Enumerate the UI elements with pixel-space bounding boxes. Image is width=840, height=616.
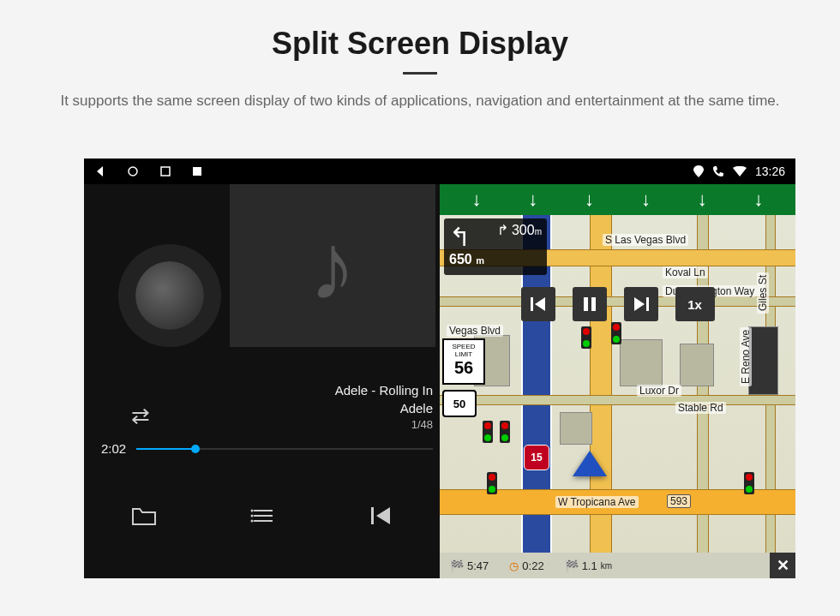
road-label: Koval Ln xyxy=(663,266,708,278)
flag-icon: 🏁 xyxy=(450,559,464,572)
page-subtitle: It supports the same screen display of t… xyxy=(43,90,797,112)
lane-arrow-icon: ↓ xyxy=(754,188,764,211)
track-title: Adele - Rolling In xyxy=(335,381,433,399)
speed-limit-value: 56 xyxy=(444,358,483,378)
progress-track[interactable] xyxy=(136,448,433,450)
nav-prev-button[interactable] xyxy=(521,287,555,321)
road-label: Luxor Dr xyxy=(637,385,681,397)
status-time: 13:26 xyxy=(755,164,785,178)
folder-button[interactable] xyxy=(131,505,157,532)
svg-rect-10 xyxy=(531,297,533,311)
svg-rect-11 xyxy=(584,297,588,311)
remaining-dist-value: 1.1 xyxy=(582,559,597,572)
svg-point-8 xyxy=(250,520,253,523)
svg-rect-13 xyxy=(646,297,649,311)
music-note-icon: ♪ xyxy=(309,212,357,320)
music-player-panel: ♪ ⇄ Adele - Rolling In Adele 1/48 2:02 xyxy=(84,158,440,578)
main-turn-unit: m xyxy=(476,255,484,266)
svg-rect-9 xyxy=(371,507,374,524)
back-icon[interactable] xyxy=(94,165,106,177)
nav-playback-controls: 1x xyxy=(521,287,715,321)
building-icon xyxy=(748,326,778,395)
nav-next-button[interactable] xyxy=(624,287,658,321)
recent-apps-icon[interactable] xyxy=(159,165,171,177)
playback-progress[interactable]: 2:02 xyxy=(101,441,433,456)
remaining-distance-item: 🏁 1.1 km xyxy=(555,559,622,572)
eta-value: 5:47 xyxy=(467,559,489,572)
lane-arrow-icon: ↓ xyxy=(471,188,481,211)
album-art-placeholder: ♪ xyxy=(230,184,435,347)
speed-limit-sign: SPEED LIMIT 56 xyxy=(442,338,485,385)
shuffle-button[interactable]: ⇄ xyxy=(131,403,150,429)
road-label: Vegas Blvd xyxy=(447,325,503,337)
svg-point-7 xyxy=(250,515,253,517)
svg-rect-12 xyxy=(591,297,596,311)
flag-icon: 🏁 xyxy=(565,559,579,572)
progress-handle[interactable] xyxy=(191,445,200,453)
lane-arrow-icon: ↓ xyxy=(528,188,537,211)
road-label: Stable Rd xyxy=(675,402,726,414)
joystick-control[interactable] xyxy=(135,261,204,330)
speed-limit-label: SPEED LIMIT xyxy=(444,343,483,358)
clock-icon: ◷ xyxy=(509,559,519,572)
traffic-light-icon xyxy=(483,421,493,443)
title-underline xyxy=(403,72,437,75)
turn-left-icon: ↰ xyxy=(449,222,471,252)
previous-track-button[interactable] xyxy=(369,505,393,532)
close-button[interactable]: ✕ xyxy=(770,553,795,578)
music-bottom-controls xyxy=(84,493,440,544)
building-icon xyxy=(620,339,663,386)
road-label: S Las Vegas Blvd xyxy=(603,234,688,246)
phone-icon xyxy=(712,165,724,177)
road-label: Giles St xyxy=(757,272,769,314)
next-turn-unit: m xyxy=(535,227,542,236)
wifi-icon xyxy=(733,166,747,176)
page-title: Split Screen Display xyxy=(43,26,797,62)
playlist-button[interactable] xyxy=(250,505,276,532)
svg-point-0 xyxy=(129,167,137,176)
interstate-number: 15 xyxy=(531,452,542,463)
navigation-panel: ↓ ↓ ↓ ↓ ↓ ↓ S Las xyxy=(440,158,795,578)
lane-guidance-bar: ↓ ↓ ↓ ↓ ↓ ↓ xyxy=(440,184,795,215)
road-label: 593 xyxy=(667,494,691,508)
traffic-light-icon xyxy=(611,322,621,344)
svg-point-6 xyxy=(250,510,253,512)
screenshot-icon[interactable] xyxy=(192,166,202,176)
head-unit-screen: 13:26 ♪ ⇄ Adele - Rolling In Adele 1/48 … xyxy=(84,158,795,578)
current-position-arrow xyxy=(573,451,607,476)
nav-pause-button[interactable] xyxy=(573,287,607,321)
traffic-light-icon xyxy=(500,421,510,443)
lane-arrow-icon: ↓ xyxy=(641,188,651,211)
remaining-time-item: ◷ 0:22 xyxy=(499,559,554,572)
route-number: 50 xyxy=(453,398,465,410)
nav-status-bar: 🏁 5:47 ◷ 0:22 🏁 1.1 km ✕ xyxy=(440,553,795,578)
svg-rect-1 xyxy=(161,167,170,176)
eta-item: 🏁 5:47 xyxy=(440,559,499,572)
marketing-header: Split Screen Display It supports the sam… xyxy=(0,0,840,129)
android-status-bar: 13:26 xyxy=(84,158,795,184)
svg-rect-2 xyxy=(193,167,201,176)
speed-multiplier-label: 1x xyxy=(687,297,702,312)
remaining-dist-unit: km xyxy=(601,561,612,571)
road-horizontal xyxy=(440,395,795,405)
traffic-light-icon xyxy=(487,472,497,494)
building-icon xyxy=(560,412,592,445)
remaining-time-value: 0:22 xyxy=(522,559,543,572)
interstate-shield: 15 xyxy=(524,445,549,470)
speed-multiplier-button[interactable]: 1x xyxy=(675,287,715,321)
traffic-light-icon xyxy=(744,472,754,494)
building-icon xyxy=(680,344,714,386)
track-artist: Adele xyxy=(335,399,433,417)
main-turn-distance: 650 xyxy=(449,252,472,266)
lane-arrow-icon: ↓ xyxy=(585,188,594,211)
home-icon[interactable] xyxy=(127,165,139,177)
road-label: E Reno Ave xyxy=(740,327,752,386)
traffic-light-icon xyxy=(581,326,591,349)
track-info: Adele - Rolling In Adele 1/48 xyxy=(335,381,433,433)
turn-instruction-box: ↰ ↱ 300m 650 m xyxy=(444,218,547,275)
road-label: W Tropicana Ave xyxy=(555,496,639,508)
location-icon xyxy=(693,165,704,177)
next-turn-distance: 300 xyxy=(512,223,535,237)
progress-fill xyxy=(136,448,195,450)
lane-arrow-icon: ↓ xyxy=(698,188,707,211)
